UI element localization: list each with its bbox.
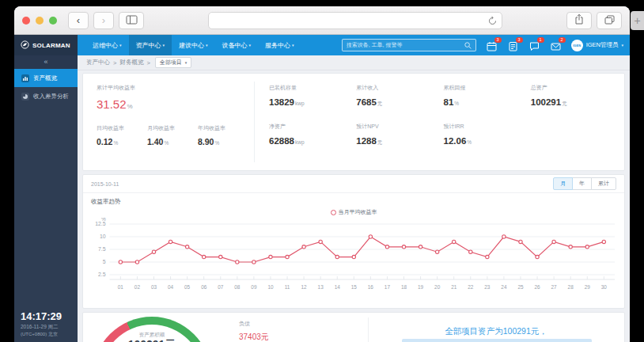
svg-text:14: 14	[335, 284, 341, 290]
vertical-divider	[368, 317, 369, 342]
svg-text:03: 03	[151, 284, 157, 290]
svg-text:10: 10	[267, 284, 274, 290]
svg-text:06: 06	[201, 284, 207, 290]
brand-logo[interactable]: SOLARMAN	[14, 35, 78, 55]
project-filter-value: 全部项目	[160, 59, 182, 66]
global-search-input[interactable]: 搜索设备, 工单, 报警等	[342, 39, 476, 51]
svg-text:28: 28	[568, 284, 574, 290]
svg-text:13: 13	[318, 284, 324, 290]
user-name: IGEN管理员	[586, 41, 619, 49]
clock-time: 14:17:29	[21, 310, 74, 322]
svg-text:10: 10	[100, 234, 106, 239]
svg-text:7.5: 7.5	[98, 246, 106, 252]
chevron-down-icon: ▾	[163, 43, 165, 48]
sidebar-toggle-button[interactable]	[119, 12, 144, 29]
metric-installed-capacity: 已装机容量 13829kwp	[269, 84, 356, 108]
menu-label: 资产中心	[136, 41, 161, 50]
metric-cumulative-return: 累积回报 81%	[444, 84, 531, 108]
metric-total-assets: 总资产 100291元	[531, 84, 618, 108]
range-month-button[interactable]: 月	[553, 177, 573, 190]
income-analysis-icon	[21, 93, 29, 101]
close-window-button[interactable]	[22, 17, 30, 25]
svg-text:22: 22	[468, 284, 474, 290]
range-cumulative-button[interactable]: 累计	[591, 177, 616, 190]
range-year-button[interactable]: 年	[572, 177, 592, 190]
highlighted-text-clipped	[402, 339, 592, 342]
browser-forward-button[interactable]: ›	[93, 12, 114, 29]
range-button-group: 月 年 累计	[553, 177, 616, 190]
clock-timezone: (UTC+0800) 北京	[21, 331, 74, 338]
metric-label: 累计平均收益率	[97, 84, 254, 92]
svg-text:11: 11	[285, 284, 290, 290]
chart-title: 收益率趋势	[91, 198, 121, 206]
annual-yield: 年均收益率 8.90%	[198, 124, 248, 146]
breadcrumb-separator: >	[113, 59, 116, 66]
chevron-down-icon: ▾	[206, 43, 208, 48]
svg-text:21: 21	[451, 284, 457, 290]
share-button[interactable]	[566, 12, 592, 29]
sidebar-collapse-button[interactable]: «	[14, 55, 78, 69]
message-icon[interactable]: 1	[529, 40, 540, 51]
legend-marker-icon	[331, 210, 336, 215]
menu-item-devices[interactable]: 设备中心▾	[215, 35, 259, 55]
svg-text:05: 05	[184, 284, 191, 290]
svg-text:23: 23	[484, 284, 491, 290]
yield-sub-metrics: 日均收益率 0.12% 月均收益率 1.40% 年均收益率 8.90%	[97, 124, 254, 146]
metric-net-assets: 净资产 62888kwp	[269, 123, 356, 146]
svg-text:17: 17	[385, 284, 391, 290]
badge-count: 2	[559, 37, 566, 43]
legend-label: 当月平均收益率	[339, 209, 377, 215]
menu-item-assets[interactable]: 资产中心▾	[129, 35, 172, 55]
brand-name: SOLARMAN	[32, 42, 70, 49]
liability-metric: 负债 37403元	[239, 320, 269, 342]
yield-summary: 累计平均收益率 31.52% 日均收益率 0.12% 月均收益率 1.40%	[83, 74, 254, 170]
metric-expected-irr: 预计IRR 12.06%	[444, 123, 531, 146]
sidebar: « 资产概览 收入差异分析 14:17:29 2016-11-29 周二 (UT…	[14, 55, 78, 342]
zoom-window-button[interactable]	[49, 17, 57, 25]
menu-item-service[interactable]: 服务中心▾	[258, 35, 301, 55]
liability-label: 负债	[239, 320, 269, 328]
window-controls	[22, 17, 57, 25]
svg-text:12: 12	[301, 284, 308, 290]
clock-date: 2016-11-29 周二	[21, 324, 74, 331]
address-bar[interactable]	[208, 12, 502, 29]
minimize-window-button[interactable]	[36, 17, 44, 25]
browser-chrome: ‹ ›	[14, 6, 630, 35]
menu-item-construction[interactable]: 建设中心▾	[172, 35, 215, 55]
app-navbar: SOLARMAN 运维中心▾ 资产中心▾ 建设中心▾ 设备中心▾ 服务中心▾ 搜…	[14, 35, 630, 55]
search-icon[interactable]	[464, 38, 472, 52]
main-menu: 运维中心▾ 资产中心▾ 建设中心▾ 设备中心▾ 服务中心▾	[85, 35, 301, 55]
mail-icon[interactable]: 2	[551, 40, 561, 51]
sidebar-item-asset-overview[interactable]: 资产概览	[14, 69, 78, 87]
user-menu[interactable]: IGEN IGEN管理员 ▾	[571, 40, 623, 51]
new-tab-button[interactable]: +	[631, 11, 644, 30]
menu-item-operations[interactable]: 运维中心▾	[85, 35, 129, 55]
date-picker[interactable]: 2015-10-11	[91, 181, 119, 187]
browser-window: ‹ › SOLARM	[14, 6, 630, 342]
tabs-icon	[604, 13, 615, 28]
trend-toolbar: 2015-10-11 月 年 累计	[83, 175, 624, 193]
refresh-icon[interactable]	[487, 15, 498, 29]
daily-yield: 日均收益率 0.12%	[97, 124, 147, 146]
calendar-icon[interactable]: 3	[487, 40, 497, 51]
tab-overview-button[interactable]	[597, 12, 622, 29]
sidebar-item-income-analysis[interactable]: 收入差异分析	[14, 87, 78, 105]
asset-statement-text: 全部项目资产为100291元，	[376, 326, 616, 337]
metric-expected-npv: 预计NPV 1288元	[356, 123, 443, 146]
svg-text:29: 29	[585, 284, 591, 290]
browser-back-button[interactable]: ‹	[68, 12, 89, 29]
svg-text:30: 30	[601, 284, 608, 290]
asset-metrics-grid: 已装机容量 13829kwp 累计收入 7685元 累积回报 81% 总资产	[255, 74, 624, 170]
chevron-down-icon: ▾	[249, 43, 252, 48]
badge-count: 3	[494, 37, 502, 43]
asset-balance-card: 资产累积额 100291元 负债 37403元 资产 全部项目资产为100291…	[82, 312, 625, 342]
project-filter-dropdown[interactable]: 全部项目 ▾	[155, 57, 192, 68]
breadcrumb-finance-overview[interactable]: 财务概览	[119, 59, 143, 66]
sidebar-clock: 14:17:29 2016-11-29 周二 (UTC+0800) 北京	[21, 310, 74, 338]
svg-text:27: 27	[551, 284, 558, 290]
work-order-icon[interactable]: 3	[508, 40, 518, 51]
sidebar-item-label: 收入差异分析	[33, 93, 69, 101]
chevron-down-icon: ▾	[621, 43, 623, 48]
yield-trend-card: 2015-10-11 月 年 累计 收益率趋势 当月平均收益率 2.557.51…	[82, 174, 625, 309]
breadcrumb-asset-center[interactable]: 资产中心	[86, 59, 110, 66]
